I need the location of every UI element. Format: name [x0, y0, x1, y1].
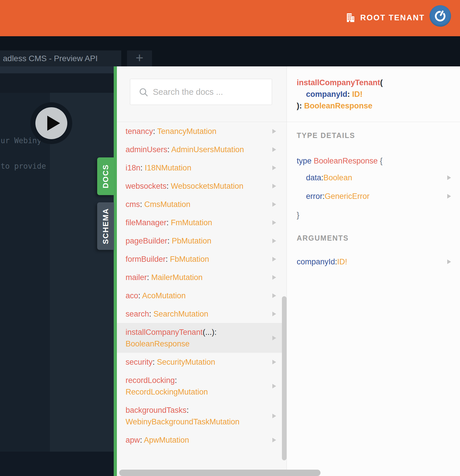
chevron-right-icon — [272, 360, 276, 364]
field-detail-panel: installCompanyTenant(companyId: ID!): Bo… — [287, 66, 460, 476]
docs-list-item-text: WebinyBackgroundTaskMutation — [126, 416, 266, 428]
docs-list-item[interactable]: i18n: I18NMutation — [117, 159, 287, 177]
tenant-selector[interactable]: ROOT TENANT — [360, 13, 425, 23]
chevron-right-icon — [272, 202, 276, 207]
docs-list-item-text: tenancy: TenancyMutation — [126, 126, 266, 137]
docs-list-item-text: backgroundTasks: — [126, 404, 266, 416]
docs-list-item-text: websockets: WebsocketsMutation — [126, 180, 266, 192]
docs-list-item[interactable]: backgroundTasks:WebinyBackgroundTaskMuta… — [117, 401, 287, 431]
docs-vertical-scrollbar[interactable] — [282, 296, 287, 460]
user-avatar[interactable] — [430, 5, 451, 27]
docs-list-item-text: installCompanyTenant(...): — [126, 326, 266, 338]
docs-list-item-text: RecordLockingMutation — [126, 386, 266, 398]
chevron-right-icon — [272, 166, 276, 170]
chevron-right-icon — [272, 438, 276, 442]
docs-list-item-text: apw: ApwMutation — [126, 434, 266, 446]
docs-list-item-text: fileManager: FmMutation — [126, 217, 266, 228]
query-editor-pane[interactable] — [0, 93, 50, 452]
docs-list-item[interactable]: recordLocking:RecordLockingMutation — [117, 371, 287, 401]
tab-docs-label: DOCS — [101, 164, 110, 188]
docs-list-item[interactable]: pageBuilder: PbMutation — [117, 232, 287, 250]
chevron-right-icon — [272, 129, 276, 134]
closing-brace: } — [297, 211, 299, 220]
chevron-right-icon — [272, 257, 276, 261]
chevron-right-icon — [447, 194, 451, 199]
docs-list: tenancy: TenancyMutationadminUsers: Admi… — [117, 122, 287, 449]
docs-list-item[interactable]: adminUsers: AdminUsersMutation — [117, 140, 287, 159]
docs-panel-accent-strip — [114, 66, 117, 476]
docs-explorer-panel: tenancy: TenancyMutationadminUsers: Admi… — [117, 66, 287, 476]
docs-list-item[interactable]: installCompanyTenant(...):BooleanRespons… — [117, 323, 287, 353]
detail-field-row[interactable]: error: GenericError — [287, 187, 460, 206]
api-tab-bar: adless CMS - Preview API + — [0, 36, 460, 66]
play-icon — [35, 107, 67, 139]
editor-footer-strip — [0, 452, 114, 476]
docs-search-input[interactable] — [153, 79, 269, 104]
docs-list-item-text: aco: AcoMutation — [126, 290, 266, 301]
editor-toolbar-strip — [0, 66, 114, 73]
docs-list-item[interactable]: tenancy: TenancyMutation — [117, 122, 287, 140]
power-icon — [433, 9, 447, 23]
new-tab-button[interactable]: + — [127, 50, 152, 66]
docs-list-item[interactable]: security: SecurityMutation — [117, 353, 287, 371]
detail-field-row[interactable]: data: Boolean — [287, 168, 460, 187]
docs-list-item[interactable]: cms: CmsMutation — [117, 195, 287, 213]
docs-list-item[interactable]: fileManager: FmMutation — [117, 213, 287, 232]
docs-horizontal-scrollbar[interactable] — [119, 470, 320, 476]
docs-list-item-text: mailer: MailerMutation — [126, 272, 266, 283]
docs-list-item-text: cms: CmsMutation — [126, 199, 266, 210]
chevron-right-icon — [272, 336, 276, 340]
docs-list-item[interactable]: websockets: WebsocketsMutation — [117, 177, 287, 195]
tab-schema[interactable]: SCHEMA — [97, 202, 114, 250]
tab-docs[interactable]: DOCS — [97, 157, 114, 195]
signature-line: ): BooleanResponse — [297, 100, 460, 112]
docs-list-item-text: security: SecurityMutation — [126, 356, 266, 368]
chevron-right-icon — [272, 275, 276, 280]
tab-title: adless CMS - Preview API — [3, 50, 119, 66]
chevron-right-icon — [447, 259, 451, 264]
chevron-right-icon — [272, 384, 276, 388]
type-details-label: TYPE DETAILS — [297, 131, 355, 140]
signature-line: companyId: ID! — [297, 88, 460, 100]
docs-list-item-text: search: SearchMutation — [126, 308, 266, 320]
docs-list-item-text: i18n: I18NMutation — [126, 162, 266, 174]
field-signature: installCompanyTenant(companyId: ID!): Bo… — [287, 66, 460, 122]
chevron-right-icon — [447, 175, 451, 180]
chevron-right-icon — [272, 414, 276, 418]
results-pane — [50, 93, 114, 452]
execute-query-button[interactable] — [30, 102, 72, 144]
chevron-right-icon — [272, 184, 276, 188]
type-field-list: data: Booleanerror: GenericError — [287, 168, 460, 206]
docs-list-item-text: BooleanResponse — [126, 338, 266, 350]
detail-field-row[interactable]: companyId: ID! — [287, 252, 460, 271]
docs-list-item-text: pageBuilder: PbMutation — [126, 235, 266, 247]
docs-list-item[interactable]: aco: AcoMutation — [117, 286, 287, 305]
docs-search-box — [130, 79, 272, 105]
argument-list: companyId: ID! — [287, 252, 460, 271]
chevron-right-icon — [272, 239, 276, 243]
query-comment-line: to provide — [1, 162, 46, 170]
docs-list-item-text: adminUsers: AdminUsersMutation — [126, 144, 266, 155]
docs-list-item[interactable]: mailer: MailerMutation — [117, 268, 287, 286]
chevron-right-icon — [272, 220, 276, 225]
docs-list-item[interactable]: search: SearchMutation — [117, 305, 287, 323]
docs-list-item-text: recordLocking: — [126, 375, 266, 386]
query-comment-line: ur Webiny — [1, 136, 41, 145]
docs-list-item-text: formBuilder: FbMutation — [126, 253, 266, 265]
tab-schema-label: SCHEMA — [101, 208, 110, 244]
docs-list-item[interactable]: formBuilder: FbMutation — [117, 250, 287, 268]
chevron-right-icon — [272, 312, 276, 316]
search-icon — [138, 87, 149, 97]
screen: ROOT TENANT adless CMS - Preview API + — [0, 0, 460, 476]
top-app-bar: ROOT TENANT — [0, 0, 460, 36]
building-icon — [345, 12, 356, 23]
arguments-label: ARGUMENTS — [297, 234, 349, 242]
chevron-right-icon — [272, 293, 276, 298]
type-declaration: type BooleanResponse { — [297, 155, 383, 167]
tab-headless-cms-preview-api[interactable]: adless CMS - Preview API — [0, 50, 121, 66]
chevron-right-icon — [272, 147, 276, 152]
signature-line: installCompanyTenant( — [297, 77, 460, 88]
docs-list-item[interactable]: apw: ApwMutation — [117, 431, 287, 449]
